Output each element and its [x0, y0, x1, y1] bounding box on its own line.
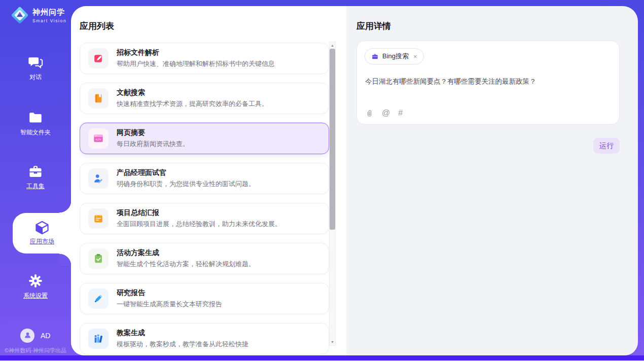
scrollbar[interactable]: ▲ ▼: [329, 42, 336, 346]
calendar-icon: [88, 208, 109, 229]
chat-icon: [28, 55, 43, 70]
web-code-icon: </>: [88, 128, 109, 149]
clipboard-check-icon: [88, 248, 109, 269]
attach-toolbar: @ #: [365, 108, 403, 118]
app-title: 招标文件解析: [117, 48, 275, 57]
tool-tag-label: Bing搜索: [382, 52, 409, 61]
app-card[interactable]: 项目总结汇报 全面回顾项目进展，总结经验教训，助力未来优化发展。: [80, 203, 329, 234]
bottom-accent-bar: [0, 355, 644, 360]
close-icon[interactable]: ×: [413, 53, 417, 60]
sidebar-item-smart-folder[interactable]: 智能文件夹: [0, 110, 71, 137]
scroll-down-icon[interactable]: ▼: [330, 340, 335, 344]
active-corner-top: [59, 201, 71, 213]
app-title: 活动方案生成: [117, 248, 255, 258]
content-area: 应用列表 招标文件解析 帮助用户快速、准确地理解和解析招标书中的关键信息 文献搜…: [71, 6, 638, 355]
copyright-text: ©神州数码·神州问学出品: [0, 347, 71, 354]
sidebar: 神州问学 Smart Vision 对话 智能文件夹 工具集 应用市场 系统设置…: [0, 0, 71, 355]
app-list-title: 应用列表: [80, 20, 114, 32]
sidebar-item-app-market[interactable]: 应用市场: [13, 213, 71, 254]
run-button[interactable]: 运行: [593, 138, 620, 154]
prompt-input-card[interactable]: Bing搜索 × 今日湖北有哪些新闻要点？有哪些需要关注的最新政策？ @ #: [356, 41, 620, 125]
books-icon: [88, 329, 109, 349]
app-title: 文献搜索: [117, 88, 268, 97]
app-list-panel: 应用列表 招标文件解析 帮助用户快速、准确地理解和解析招标书中的关键信息 文献搜…: [71, 6, 346, 355]
app-card[interactable]: 研究报告 一键智能生成高质量长文本研究报告: [80, 283, 329, 314]
app-logo: 神州问学 Smart Vision: [10, 6, 66, 25]
sidebar-item-chat[interactable]: 对话: [0, 55, 71, 82]
query-text[interactable]: 今日湖北有哪些新闻要点？有哪些需要关注的最新政策？: [365, 77, 611, 87]
scrollbar-thumb[interactable]: [330, 49, 335, 230]
folder-icon: [28, 110, 43, 125]
ink-pen-icon: [88, 288, 109, 309]
avatar[interactable]: [20, 329, 34, 343]
cube-icon: [34, 220, 50, 235]
app-desc: 帮助用户快速、准确地理解和解析招标书中的关键信息: [117, 59, 275, 68]
hash-icon[interactable]: #: [398, 108, 403, 118]
app-detail-title: 应用详情: [356, 20, 391, 32]
book-icon: [88, 88, 109, 108]
user-avatar-icon: [23, 331, 32, 341]
sidebar-item-label: 智能文件夹: [20, 128, 51, 137]
app-desc: 智能生成个性化活动方案，轻松解决规划难题。: [117, 260, 255, 269]
app-title: 研究报告: [117, 288, 222, 298]
scroll-up-icon[interactable]: ▲: [330, 44, 335, 47]
user-name: AD: [41, 332, 50, 340]
app-card[interactable]: 教案生成 模板驱动，教案秒成，教学准备从此轻松快捷: [80, 323, 329, 354]
svg-text:</>: </>: [96, 137, 101, 141]
app-desc: 全面回顾项目进展，总结经验教训，助力未来优化发展。: [117, 220, 281, 229]
app-title: 网页摘要: [117, 128, 189, 137]
app-detail-panel: 应用详情 Bing搜索 × 今日湖北有哪些新闻要点？有哪些需要关注的最新政策？ …: [346, 6, 638, 355]
paperclip-icon[interactable]: [365, 109, 374, 118]
app-card[interactable]: 招标文件解析 帮助用户快速、准确地理解和解析招标书中的关键信息: [80, 43, 329, 74]
edit-square-icon: [88, 48, 109, 68]
tool-tag-bing[interactable]: Bing搜索 ×: [365, 48, 424, 64]
active-corner-bottom: [59, 254, 71, 266]
briefcase-icon: [371, 53, 379, 60]
toolbox-icon: [28, 164, 43, 179]
sidebar-item-label: 工具集: [26, 182, 45, 191]
app-title: 项目总结汇报: [117, 208, 281, 218]
app-desc: 明确身份和职责，为您提供专业性的面试问题。: [117, 179, 255, 189]
app-title: 产品经理面试官: [117, 168, 255, 177]
logo-subtitle: Smart Vision: [32, 18, 66, 23]
app-card[interactable]: </> 网页摘要 每日政府新闻资讯快查。: [80, 123, 329, 154]
sidebar-item-label: 应用市场: [30, 237, 54, 246]
sidebar-item-label: 对话: [29, 73, 42, 82]
at-icon[interactable]: @: [382, 108, 390, 118]
sidebar-item-system-settings[interactable]: 系统设置: [0, 273, 71, 300]
app-desc: 快速精准查找学术资源，提高研究效率的必备工具。: [117, 99, 268, 108]
diamond-logo-icon: [10, 6, 29, 25]
gear-icon: [28, 273, 43, 288]
app-card[interactable]: 文献搜索 快速精准查找学术资源，提高研究效率的必备工具。: [80, 83, 329, 114]
app-desc: 每日政府新闻资讯快查。: [117, 139, 189, 149]
user-row[interactable]: AD: [20, 329, 50, 343]
app-list: 招标文件解析 帮助用户快速、准确地理解和解析招标书中的关键信息 文献搜索 快速精…: [80, 43, 329, 355]
interviewer-icon: [88, 168, 109, 189]
app-desc: 模板驱动，教案秒成，教学准备从此轻松快捷: [117, 340, 248, 349]
app-card[interactable]: 活动方案生成 智能生成个性化活动方案，轻松解决规划难题。: [80, 243, 329, 274]
sidebar-item-toolset[interactable]: 工具集: [0, 164, 71, 191]
app-card[interactable]: 产品经理面试官 明确身份和职责，为您提供专业性的面试问题。: [80, 163, 329, 194]
sidebar-item-label: 系统设置: [23, 292, 48, 300]
app-title: 教案生成: [117, 329, 248, 338]
app-desc: 一键智能生成高质量长文本研究报告: [117, 300, 222, 309]
logo-title: 神州问学: [32, 8, 66, 17]
